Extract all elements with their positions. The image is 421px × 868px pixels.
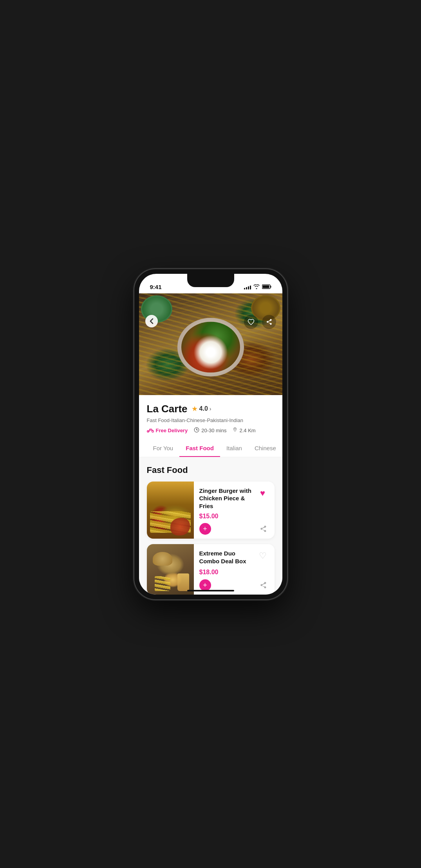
menu-card-1-content: Zinger Burger with Chicken Piece & Fries…	[194, 482, 275, 539]
delivery-time-text: 20-30 mins	[201, 428, 226, 433]
rating-number: 4.0	[199, 405, 208, 412]
hero-share-button[interactable]	[262, 315, 276, 329]
phone-screen: 9:41	[139, 274, 282, 595]
svg-rect-1	[270, 286, 271, 288]
distance-text: 2.4 Km	[239, 428, 255, 433]
home-indicator	[187, 590, 234, 591]
delivery-bike-icon	[147, 427, 154, 434]
heart-outline-icon: ♡	[259, 551, 267, 561]
menu-card-1: Zinger Burger with Chicken Piece & Fries…	[147, 482, 275, 539]
item-2-name: Extreme Duo Combo Deal Box	[199, 550, 253, 565]
menu-section: Fast Food	[139, 457, 282, 595]
name-rating-row: La Carte ★ 4.0 ›	[147, 403, 275, 415]
menu-card-2-content: Extreme Duo Combo Deal Box ♡ $18.00 +	[194, 544, 275, 595]
back-button[interactable]	[145, 315, 158, 327]
menu-card-1-image	[147, 482, 194, 539]
item-2-add-button[interactable]: +	[199, 579, 211, 591]
delivery-info: Free Delivery 20-30 mins	[147, 427, 275, 434]
notch	[187, 274, 234, 287]
plus-icon-1: +	[203, 525, 207, 533]
section-title: Fast Food	[147, 465, 275, 475]
hero-like-button[interactable]	[244, 315, 258, 329]
scroll-content[interactable]: La Carte ★ 4.0 › Fast Food-Italian-Chine…	[139, 293, 282, 595]
plus-icon-2: +	[203, 581, 207, 589]
status-time: 9:41	[150, 284, 162, 290]
main-plate	[177, 318, 244, 376]
tab-chinese[interactable]: Chinese	[248, 440, 282, 457]
tab-italian[interactable]: Italian	[220, 440, 248, 457]
rating-row[interactable]: ★ 4.0 ›	[192, 404, 211, 413]
item-1-name: Zinger Burger with Chicken Piece & Fries	[199, 487, 253, 510]
phone-frame: 9:41	[134, 269, 287, 599]
cuisine-tags: Fast Food-Italian-Chinese-Pakistani-Indi…	[147, 417, 275, 423]
item-1-price: $15.00	[199, 513, 269, 520]
time-item: 20-30 mins	[194, 427, 226, 434]
card-1-bottom: +	[199, 523, 269, 535]
item-2-price: $18.00	[199, 569, 269, 576]
item-1-like-button[interactable]: ♥	[257, 487, 269, 500]
food-image-1	[147, 482, 194, 539]
heart-filled-icon: ♥	[260, 488, 265, 498]
battery-icon	[262, 284, 271, 290]
item-1-add-button[interactable]: +	[199, 523, 211, 535]
svg-point-6	[235, 428, 236, 430]
item-2-like-button[interactable]: ♡	[257, 550, 269, 562]
rating-arrow: ›	[210, 406, 211, 412]
star-icon: ★	[192, 404, 198, 413]
item-2-share-button[interactable]	[257, 579, 269, 591]
restaurant-info: La Carte ★ 4.0 › Fast Food-Italian-Chine…	[139, 395, 282, 434]
location-icon	[233, 427, 237, 434]
distance-item: 2.4 Km	[233, 427, 255, 434]
plate-food	[181, 322, 240, 372]
clock-icon	[194, 427, 199, 434]
card-2-bottom: +	[199, 579, 269, 591]
card-1-top: Zinger Burger with Chicken Piece & Fries…	[199, 487, 269, 510]
food-image-2	[147, 544, 194, 595]
signal-icon	[244, 285, 251, 289]
item-1-share-button[interactable]	[257, 523, 269, 535]
card-2-top: Extreme Duo Combo Deal Box ♡	[199, 550, 269, 565]
free-delivery-text: Free Delivery	[156, 428, 188, 433]
free-delivery-item: Free Delivery	[147, 427, 188, 434]
svg-rect-2	[262, 285, 269, 288]
status-icons	[244, 284, 271, 290]
menu-card-2: Extreme Duo Combo Deal Box ♡ $18.00 +	[147, 544, 275, 595]
hero-image	[139, 293, 282, 395]
category-tabs: For You Fast Food Italian Chinese Paki	[139, 440, 282, 457]
menu-card-2-image	[147, 544, 194, 595]
svg-point-4	[152, 430, 154, 432]
tab-for-you[interactable]: For You	[147, 440, 180, 457]
hero-actions	[244, 315, 276, 329]
tab-fast-food[interactable]: Fast Food	[179, 440, 220, 457]
wifi-icon	[253, 284, 260, 290]
restaurant-name: La Carte	[147, 403, 188, 415]
